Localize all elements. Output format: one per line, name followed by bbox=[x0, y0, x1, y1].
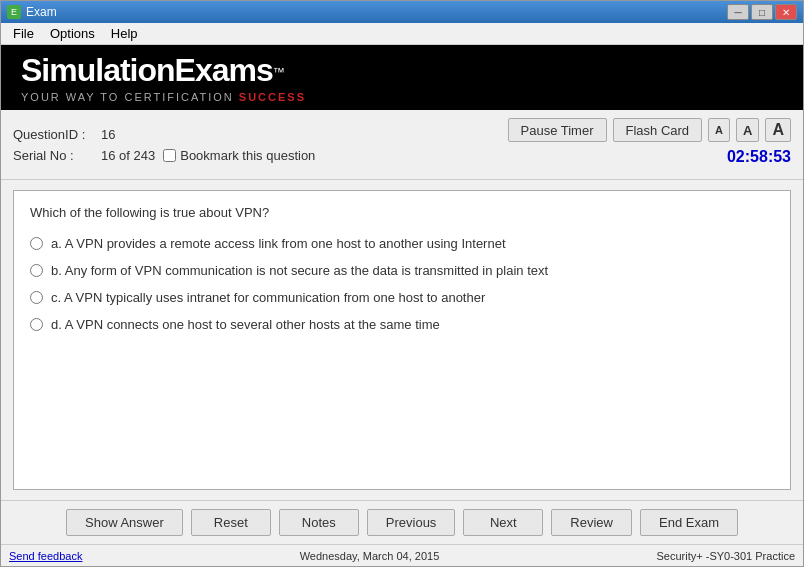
answer-text-a: a. A VPN provides a remote access link f… bbox=[51, 236, 506, 251]
font-large-button[interactable]: A bbox=[765, 118, 791, 142]
answer-option-a[interactable]: a. A VPN provides a remote access link f… bbox=[30, 236, 774, 251]
logo-tagline-highlight: SUCCESS bbox=[239, 91, 306, 103]
menu-options[interactable]: Options bbox=[42, 24, 103, 43]
review-button[interactable]: Review bbox=[551, 509, 632, 536]
close-button[interactable]: ✕ bbox=[775, 4, 797, 20]
answer-option-b[interactable]: b. Any form of VPN communication is not … bbox=[30, 263, 774, 278]
info-bar: QuestionID : 16 Serial No : 16 of 243 Bo… bbox=[1, 110, 803, 180]
radio-b[interactable] bbox=[30, 264, 43, 277]
logo-banner: SimulationExams™ YOUR WAY TO CERTIFICATI… bbox=[1, 45, 803, 110]
bookmark-label[interactable]: Bookmark this question bbox=[163, 148, 315, 163]
radio-c[interactable] bbox=[30, 291, 43, 304]
serial-value: 16 of 243 bbox=[101, 148, 155, 163]
window-icon: E bbox=[7, 5, 21, 19]
logo-tagline: YOUR WAY TO CERTIFICATION SUCCESS bbox=[21, 91, 306, 103]
window-controls: ─ □ ✕ bbox=[727, 4, 797, 20]
radio-d[interactable] bbox=[30, 318, 43, 331]
status-date: Wednesday, March 04, 2015 bbox=[82, 550, 656, 562]
minimize-button[interactable]: ─ bbox=[727, 4, 749, 20]
question-id-value: 16 bbox=[101, 127, 115, 142]
question-id-row: QuestionID : 16 bbox=[13, 127, 315, 142]
next-button[interactable]: Next bbox=[463, 509, 543, 536]
question-text: Which of the following is true about VPN… bbox=[30, 205, 774, 220]
maximize-button[interactable]: □ bbox=[751, 4, 773, 20]
font-medium-button[interactable]: A bbox=[736, 118, 759, 142]
notes-button[interactable]: Notes bbox=[279, 509, 359, 536]
timer-display: 02:58:53 bbox=[727, 148, 791, 166]
status-exam: Security+ -SY0-301 Practice bbox=[657, 550, 795, 562]
font-small-button[interactable]: A bbox=[708, 118, 730, 142]
answer-option-d[interactable]: d. A VPN connects one host to several ot… bbox=[30, 317, 774, 332]
status-bar: Send feedback Wednesday, March 04, 2015 … bbox=[1, 544, 803, 566]
radio-a[interactable] bbox=[30, 237, 43, 250]
logo-content: SimulationExams™ YOUR WAY TO CERTIFICATI… bbox=[21, 52, 306, 103]
logo-tm: ™ bbox=[273, 65, 285, 79]
menu-bar: File Options Help bbox=[1, 23, 803, 45]
logo-brand: SimulationExams™ bbox=[21, 52, 306, 89]
main-window: E Exam ─ □ ✕ File Options Help Simulatio… bbox=[0, 0, 804, 567]
title-bar: E Exam ─ □ ✕ bbox=[1, 1, 803, 23]
bottom-bar: Show Answer Reset Notes Previous Next Re… bbox=[1, 500, 803, 544]
answer-text-c: c. A VPN typically uses intranet for com… bbox=[51, 290, 485, 305]
info-right: Pause Timer Flash Card A A A 02:58:53 bbox=[508, 118, 791, 166]
reset-button[interactable]: Reset bbox=[191, 509, 271, 536]
show-answer-button[interactable]: Show Answer bbox=[66, 509, 183, 536]
bookmark-checkbox[interactable] bbox=[163, 149, 176, 162]
top-btn-row: Pause Timer Flash Card A A A bbox=[508, 118, 791, 142]
window-title: Exam bbox=[26, 5, 727, 19]
answer-text-d: d. A VPN connects one host to several ot… bbox=[51, 317, 440, 332]
pause-timer-button[interactable]: Pause Timer bbox=[508, 118, 607, 142]
flash-card-button[interactable]: Flash Card bbox=[613, 118, 703, 142]
logo-text: SimulationExams bbox=[21, 52, 273, 88]
bookmark-text: Bookmark this question bbox=[180, 148, 315, 163]
serial-label: Serial No : bbox=[13, 148, 93, 163]
answer-text-b: b. Any form of VPN communication is not … bbox=[51, 263, 548, 278]
menu-file[interactable]: File bbox=[5, 24, 42, 43]
info-left: QuestionID : 16 Serial No : 16 of 243 Bo… bbox=[13, 127, 315, 163]
answer-option-c[interactable]: c. A VPN typically uses intranet for com… bbox=[30, 290, 774, 305]
previous-button[interactable]: Previous bbox=[367, 509, 456, 536]
send-feedback-link[interactable]: Send feedback bbox=[9, 550, 82, 562]
question-id-label: QuestionID : bbox=[13, 127, 93, 142]
question-area: Which of the following is true about VPN… bbox=[13, 190, 791, 490]
menu-help[interactable]: Help bbox=[103, 24, 146, 43]
logo-tagline-before: YOUR WAY TO CERTIFICATION bbox=[21, 91, 239, 103]
serial-row: Serial No : 16 of 243 Bookmark this ques… bbox=[13, 148, 315, 163]
end-exam-button[interactable]: End Exam bbox=[640, 509, 738, 536]
